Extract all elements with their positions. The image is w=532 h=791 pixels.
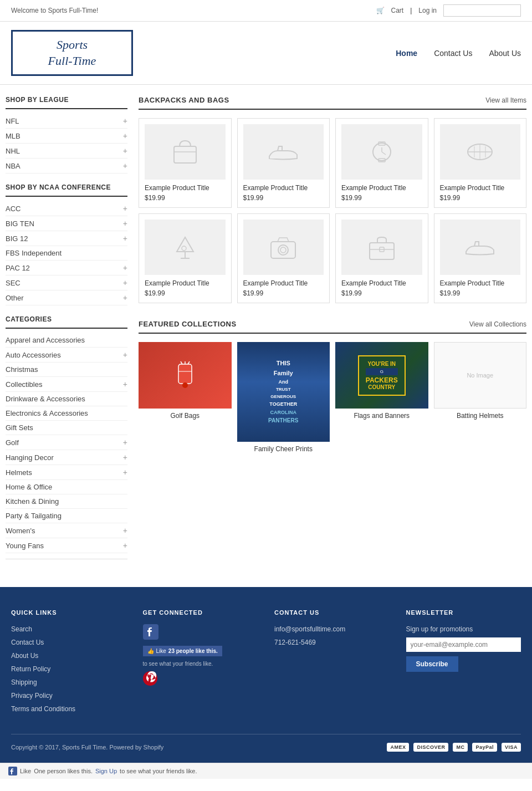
sidebar-item-party[interactable]: Party & Tailgating [6, 509, 127, 523]
collection-flags-banners[interactable]: YOU'RE IN G PACKERS COUNTRY Flags and Ba… [335, 342, 428, 456]
product-title: Example Product Title [341, 279, 422, 287]
product-title: Example Product Title [145, 184, 226, 192]
sidebar-item-other[interactable]: Other + [6, 290, 127, 305]
sidebar-item-womens[interactable]: Women's + [6, 523, 127, 538]
sidebar-item-youngfans[interactable]: Young Fans + [6, 538, 127, 553]
fb-like-icon [8, 767, 17, 775]
view-all-collections[interactable]: View all Collections [469, 320, 526, 328]
sidebar-item-big12[interactable]: BIG 12 + [6, 231, 127, 246]
facebook-link[interactable] [143, 624, 258, 642]
sidebar-item-electronics[interactable]: Electronics & Accessories [6, 406, 127, 421]
product-price: $19.99 [145, 289, 226, 297]
footer-link-shipping[interactable]: Shipping [11, 677, 126, 687]
sidebar-item-pac12[interactable]: PAC 12 + [6, 261, 127, 275]
product-card[interactable]: Example Product Title $19.99 [335, 213, 428, 303]
sidebar-item-nba[interactable]: NBA + [6, 159, 127, 173]
search-input[interactable] [443, 4, 521, 17]
product-image [341, 220, 422, 275]
footer-link-search[interactable]: Search [11, 624, 126, 634]
sidebar-item-golf[interactable]: Golf + [6, 435, 127, 450]
sidebar-item-giftsets[interactable]: Gift Sets [6, 421, 127, 435]
product-card[interactable]: Example Product Title $19.99 [237, 213, 330, 303]
svg-rect-16 [271, 242, 295, 258]
sidebar-item-big10[interactable]: BIG TEN + [6, 216, 127, 231]
product-card[interactable]: Example Product Title $19.99 [434, 118, 527, 208]
product-card[interactable]: Example Product Title $19.99 [139, 118, 232, 208]
footer: QUICK LINKS Search Contact Us About Us R… [0, 587, 532, 763]
login-link[interactable]: Log in [418, 7, 437, 14]
nav-home[interactable]: Home [396, 49, 417, 58]
sidebar-item-collectibles[interactable]: Collectibles + [6, 377, 127, 392]
visa-icon: VISA [502, 743, 521, 752]
sidebar-item-apparel[interactable]: Apparel and Accessories [6, 333, 127, 348]
subscribe-button[interactable]: Subscribe [406, 656, 458, 672]
collection-label: Golf Bags [139, 409, 232, 423]
main-nav: Home Contact Us About Us [396, 49, 521, 58]
product-card[interactable]: Example Product Title $19.99 [237, 118, 330, 208]
categories-section-title: CATEGORIES [6, 315, 127, 329]
collection-batting-helmets[interactable]: No Image Batting Helmets [434, 342, 527, 456]
sidebar-item-nfl[interactable]: NFL + [6, 114, 127, 129]
newsletter-email-input[interactable] [406, 637, 521, 652]
plus-icon: + [123, 380, 127, 389]
svg-point-17 [278, 245, 288, 255]
collection-golf-bags[interactable]: Golf Bags [139, 342, 232, 456]
collections-title: FEATURED COLLECTIONS [139, 320, 237, 328]
sidebar-item-drinkware[interactable]: Drinkware & Accessories [6, 392, 127, 406]
product-card[interactable]: Example Product Title $19.99 [335, 118, 428, 208]
pinterest-link[interactable] [143, 671, 258, 688]
logo[interactable]: Sports Full-Time [11, 30, 133, 76]
cart-link[interactable]: Cart [391, 7, 404, 14]
friends-like-text: to see what your friends like. [143, 661, 258, 667]
collection-label: Flags and Banners [335, 409, 428, 423]
plus-icon: + [123, 293, 127, 302]
footer-link-about[interactable]: About Us [11, 651, 126, 661]
collection-family-cheer[interactable]: THIS Family And TRUST GENEROUS TOGETHER … [237, 342, 330, 456]
footer-link-terms[interactable]: Terms and Conditions [11, 704, 126, 714]
product-image [243, 220, 324, 275]
sidebar-item-helmets[interactable]: Helmets + [6, 465, 127, 480]
footer-link-contact[interactable]: Contact Us [11, 637, 126, 647]
sidebar-item-sec[interactable]: SEC + [6, 275, 127, 290]
product-card[interactable]: Example Product Title $19.99 [139, 213, 232, 303]
bag-icon [168, 135, 202, 169]
product-title: Example Product Title [440, 279, 521, 287]
svg-point-24 [182, 382, 188, 388]
sidebar-item-acc[interactable]: ACC + [6, 201, 127, 216]
plus-icon: + [123, 526, 127, 535]
separator: | [410, 7, 412, 14]
footer-link-privacy[interactable]: Privacy Policy [11, 691, 126, 701]
sidebar-item-kitchen[interactable]: Kitchen & Dining [6, 494, 127, 509]
plus-icon: + [123, 263, 127, 272]
sidebar-item-hanging[interactable]: Hanging Decor + [6, 450, 127, 465]
collection-label: Family Cheer Prints [237, 442, 330, 456]
sidebar-divider [6, 559, 127, 559]
nav-about[interactable]: About Us [489, 49, 521, 58]
facebook-like-widget: 👍 Like 23 people like this. [143, 646, 222, 656]
product-card[interactable]: Example Product Title $19.99 [434, 213, 527, 303]
sidebar-item-christmas[interactable]: Christmas [6, 363, 127, 377]
site-header: Sports Full-Time Home Contact Us About U… [0, 22, 532, 85]
lamp-icon [168, 231, 202, 264]
plus-icon: + [123, 146, 127, 155]
batting-helmets-image: No Image [434, 342, 527, 409]
sidebar-item-mlb[interactable]: MLB + [6, 129, 127, 144]
view-all-items[interactable]: View all Items [485, 96, 526, 104]
collection-label: Batting Helmets [434, 409, 527, 423]
discover-icon: DISCOVER [413, 743, 448, 752]
top-bar-actions: 🛒 Cart | Log in [376, 4, 521, 17]
footer-social: GET CONNECTED 👍 Like 23 people like this… [143, 609, 258, 717]
signup-link[interactable]: Sign Up [95, 768, 117, 774]
nav-contact[interactable]: Contact Us [434, 49, 472, 58]
main-content: SHOP BY LEAGUE NFL + MLB + NHL + NBA + S… [0, 96, 532, 570]
footer-link-return[interactable]: Return Policy [11, 664, 126, 674]
plus-icon: + [123, 204, 127, 213]
sidebar-item-nhl[interactable]: NHL + [6, 144, 127, 159]
sidebar-item-home-office[interactable]: Home & Office [6, 480, 127, 494]
plus-icon: + [123, 350, 127, 359]
sidebar-item-fbs[interactable]: FBS Independent [6, 246, 127, 261]
newsletter-title: NEWSLETTER [406, 609, 521, 616]
mastercard-icon: MC [453, 743, 468, 752]
like-text: Like [20, 768, 31, 774]
sidebar-item-auto[interactable]: Auto Accessories + [6, 348, 127, 363]
